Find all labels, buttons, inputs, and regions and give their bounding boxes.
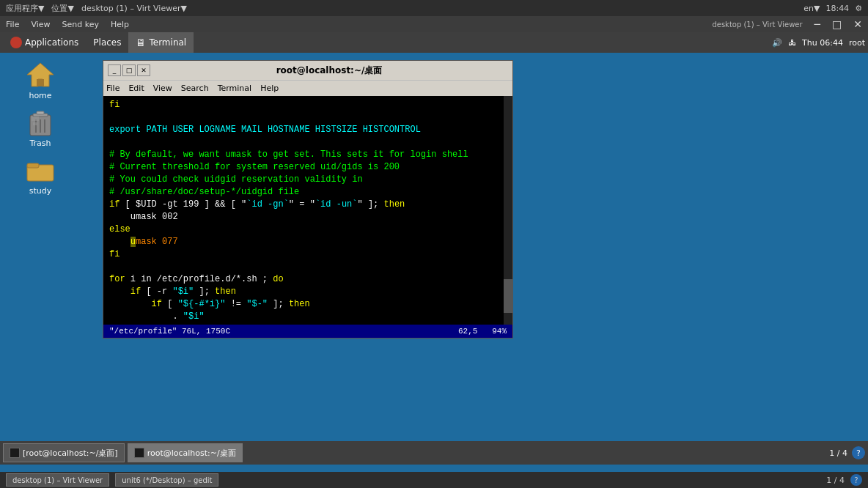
taskbar-item-terminal1[interactable]: [root@localhost:~/桌面] (3, 443, 125, 462)
vim-file-info: "/etc/profile" 76L, 1750C (109, 327, 230, 336)
vim-cursor-pos: 62,5 94% (458, 327, 507, 336)
taskbar-right: 1 / 4 ? (829, 446, 865, 459)
terminal-tab-label[interactable]: Terminal (149, 37, 186, 48)
taskbar-label1: [root@localhost:~/桌面] (23, 448, 118, 459)
host-window-title-top[interactable]: desktop (1) – Virt Viewer▼ (81, 4, 187, 13)
trash-icon (26, 108, 55, 137)
vim-line-19: else (109, 323, 507, 325)
terminal-scrollbar[interactable] (504, 96, 512, 325)
host-taskbar-virt-viewer[interactable]: desktop (1) – Virt Viewer (6, 473, 109, 487)
vim-line-10: umask 002 (109, 211, 507, 223)
user-name: root (849, 38, 865, 48)
host-places-menu[interactable]: 位置▼ (51, 3, 73, 14)
trash-icon-label: Trash (29, 138, 51, 148)
host-menubar: File View Send key Help desktop (1) – Vi… (0, 16, 868, 32)
host-menu-view[interactable]: View (31, 20, 50, 29)
applications-label[interactable]: Applications (25, 37, 78, 48)
terminal-maximize-btn[interactable]: □ (122, 64, 136, 76)
terminal-menu-terminal[interactable]: Terminal (218, 84, 252, 93)
desktop-icon-study[interactable]: study (15, 155, 66, 196)
host-page-count: 1 / 4 (826, 476, 845, 485)
taskbar-term-icon1 (10, 448, 20, 458)
taskbar-term-icon2 (134, 448, 144, 458)
terminal-title: root@localhost:~/桌面 (150, 64, 508, 77)
terminal-win-buttons: _ □ ✕ (108, 64, 150, 76)
vim-line-13: fi (109, 248, 507, 261)
svg-rect-11 (27, 163, 39, 168)
host-menu-sendkey[interactable]: Send key (62, 20, 99, 29)
study-icon-label: study (29, 186, 52, 196)
desktop-icon-trash[interactable]: Trash (15, 108, 66, 148)
study-folder-icon (26, 155, 55, 185)
guest-panel-right: 🔊 🖧 Thu 06:44 root (772, 38, 865, 48)
vim-line-7: # You could check uidgid reservation val… (109, 174, 507, 186)
svg-rect-1 (37, 79, 44, 86)
guest-taskbar: [root@localhost:~/桌面] root@localhost:~/桌… (0, 441, 868, 465)
taskbar-help-icon[interactable]: ? (852, 446, 865, 459)
terminal-statusbar: "/etc/profile" 76L, 1750C 62,5 94% (103, 325, 512, 338)
host-time: 18:44 (825, 4, 849, 13)
host-menu-file[interactable]: File (6, 20, 19, 29)
vim-line-15: for i in /etc/profile.d/*.sh ; do (109, 273, 507, 286)
terminal-content[interactable]: fi export PATH USER LOGNAME MAIL HOSTNAM… (103, 96, 512, 325)
vim-line-9: if [ $UID -gt 199 ] && [ "`id -gn`" = "`… (109, 199, 507, 211)
guest-terminal-tab[interactable]: 🖥 Terminal (128, 32, 194, 53)
host-settings-icon[interactable]: ⚙ (855, 4, 862, 13)
host-menu-help[interactable]: Help (111, 20, 129, 29)
scrollbar-thumb[interactable] (504, 279, 512, 314)
vim-line-12: umask 077 (109, 236, 507, 248)
gnome-foot-icon (10, 37, 22, 48)
taskbar-page-count: 1 / 4 (829, 448, 847, 458)
vim-line-16: if [ -r "$i" ]; then (109, 286, 507, 298)
guest-time: Thu 06:44 (802, 38, 843, 48)
host-locale[interactable]: en▼ (803, 4, 820, 13)
vim-line-8: # /usr/share/doc/setup-*/uidgid file (109, 186, 507, 199)
host-app-menu[interactable]: 应用程序▼ (6, 3, 44, 14)
desktop: home Trash (0, 53, 868, 465)
terminal-menu-view[interactable]: View (153, 84, 172, 93)
vim-line-2 (109, 111, 507, 124)
host-bottombar: desktop (1) – Virt Viewer unit6 (*/Deskt… (0, 472, 868, 488)
terminal-menubar: File Edit View Search Terminal Help (103, 80, 512, 96)
taskbar-label2: root@localhost:~/桌面 (147, 448, 236, 459)
svg-rect-4 (37, 111, 44, 114)
desktop-icon-home[interactable]: home (15, 60, 66, 100)
terminal-menu-help[interactable]: Help (260, 84, 279, 93)
network-icon[interactable]: 🖧 (788, 38, 796, 48)
places-label[interactable]: Places (93, 37, 121, 48)
host-minimize-btn[interactable]: ─ (814, 18, 820, 30)
vim-line-11: else (109, 223, 507, 236)
vim-line-14 (109, 261, 507, 273)
host-close-btn[interactable]: ✕ (853, 18, 862, 30)
svg-rect-9 (33, 122, 37, 125)
guest-applications-menu[interactable]: Applications (3, 32, 86, 53)
host-taskbar-gedit[interactable]: unit6 (*/Desktop) – gedit (115, 473, 218, 487)
guest-panel-left: Applications Places 🖥 Terminal (3, 32, 194, 53)
host-topbar-left: 应用程序▼ 位置▼ desktop (1) – Virt Viewer▼ (6, 3, 187, 14)
vim-line-17: if [ "${-#*i}" != "$-" ]; then (109, 298, 507, 311)
home-icon-label: home (29, 91, 51, 100)
guest-places-menu[interactable]: Places (86, 32, 128, 53)
terminal-close-btn[interactable]: ✕ (137, 64, 150, 76)
terminal-menu-file[interactable]: File (106, 84, 119, 93)
terminal-menu-search[interactable]: Search (181, 84, 209, 93)
vim-line-5: # By default, we want umask to get set. … (109, 149, 507, 161)
host-help-icon[interactable]: ? (850, 474, 862, 486)
taskbar-item-terminal2[interactable]: root@localhost:~/桌面 (128, 443, 243, 462)
terminal-window: _ □ ✕ root@localhost:~/桌面 File Edit View… (103, 60, 513, 339)
desktop-icons: home Trash (15, 60, 66, 196)
vim-line-6: # Current threshold for system reserved … (109, 161, 507, 174)
host-bottombar-right: 1 / 4 ? (826, 474, 862, 486)
host-bottombar-left: desktop (1) – Virt Viewer unit6 (*/Deskt… (6, 473, 218, 487)
vim-line-3: export PATH USER LOGNAME MAIL HOSTNAME H… (109, 124, 507, 136)
volume-icon[interactable]: 🔊 (772, 38, 782, 48)
host-topbar-right: en▼ 18:44 ⚙ (803, 4, 862, 13)
vim-line-1: fi (109, 99, 507, 111)
terminal-menu-edit[interactable]: Edit (128, 84, 144, 93)
terminal-minimize-btn[interactable]: _ (108, 64, 121, 76)
host-window-title: desktop (1) – Virt Viewer (712, 21, 802, 29)
vim-line-18: . "$i" (109, 311, 507, 323)
home-icon (26, 60, 55, 89)
host-maximize-btn[interactable]: □ (832, 18, 842, 30)
vim-line-4 (109, 136, 507, 149)
